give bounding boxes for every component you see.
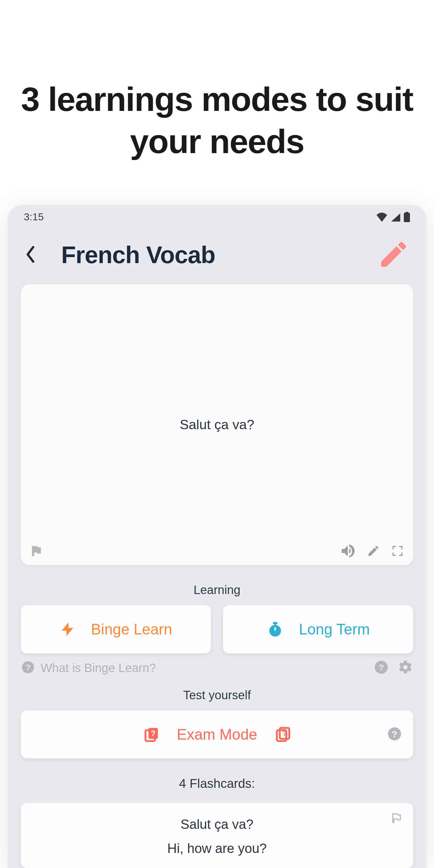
binge-info-button[interactable]: ?	[21, 660, 35, 676]
status-time: 3:15	[24, 211, 44, 223]
flashcard-front: Salut ça va?	[181, 817, 253, 832]
binge-learn-label: Binge Learn	[91, 621, 173, 638]
headline: 3 learnings modes to suit your needs	[0, 79, 434, 163]
audio-button[interactable]	[340, 543, 356, 559]
svg-text:?: ?	[151, 729, 156, 738]
flashcard-text: Salut ça va?	[180, 417, 254, 433]
test-section-label: Test yourself	[21, 688, 413, 702]
page-title: French Vocab	[61, 241, 215, 269]
svg-text:?: ?	[378, 662, 384, 673]
signal-icon	[390, 212, 401, 222]
longterm-info-button[interactable]: ?	[373, 659, 389, 676]
card-toolbar	[30, 543, 404, 559]
binge-learn-button[interactable]: Binge Learn	[21, 605, 211, 653]
mode-row: Binge Learn Long Term	[21, 605, 413, 653]
svg-rect-3	[274, 627, 276, 631]
flashcard-preview[interactable]: Salut ça va?	[21, 284, 413, 565]
svg-text:?: ?	[25, 663, 30, 672]
phone-frame: 3:15 French Vocab Salut ça va?	[7, 205, 427, 868]
exam-mode-label: Exam Mode	[177, 726, 257, 743]
flashcard-count: 4 Flashcards:	[21, 776, 413, 791]
fullscreen-button[interactable]	[391, 544, 404, 558]
settings-button[interactable]	[398, 659, 413, 676]
exam-mode-button[interactable]: ? Exam Mode ? ?	[21, 710, 413, 758]
stopwatch-icon	[267, 621, 284, 638]
status-icons	[376, 212, 410, 222]
edit-card-button[interactable]	[367, 544, 380, 558]
wifi-icon	[376, 212, 388, 222]
exam-info-button[interactable]: ?	[387, 726, 402, 743]
binge-info-label: What is Binge Learn?	[41, 661, 156, 675]
svg-point-0	[269, 625, 281, 637]
bolt-icon	[60, 621, 76, 638]
quiz-icon-right: ?	[274, 726, 291, 743]
edit-deck-button[interactable]	[377, 238, 410, 272]
back-button[interactable]	[24, 245, 37, 265]
title-bar: French Vocab	[21, 229, 413, 284]
flashcard-list-item[interactable]: Salut ça va? Hi, how are you?	[21, 803, 413, 868]
flashcard-back: Hi, how are you?	[167, 841, 267, 856]
info-row: ? What is Binge Learn? ?	[21, 659, 413, 676]
status-bar: 3:15	[21, 205, 413, 229]
flashcard-flag-button[interactable]	[390, 812, 402, 825]
long-term-label: Long Term	[299, 621, 370, 638]
long-term-button[interactable]: Long Term	[223, 605, 413, 653]
quiz-icon-left: ?	[143, 726, 160, 743]
svg-text:?: ?	[392, 729, 398, 739]
flag-card-button[interactable]	[30, 545, 42, 557]
battery-icon	[404, 212, 410, 222]
svg-text:?: ?	[282, 729, 287, 738]
learning-section-label: Learning	[21, 583, 413, 597]
svg-rect-2	[274, 624, 276, 626]
